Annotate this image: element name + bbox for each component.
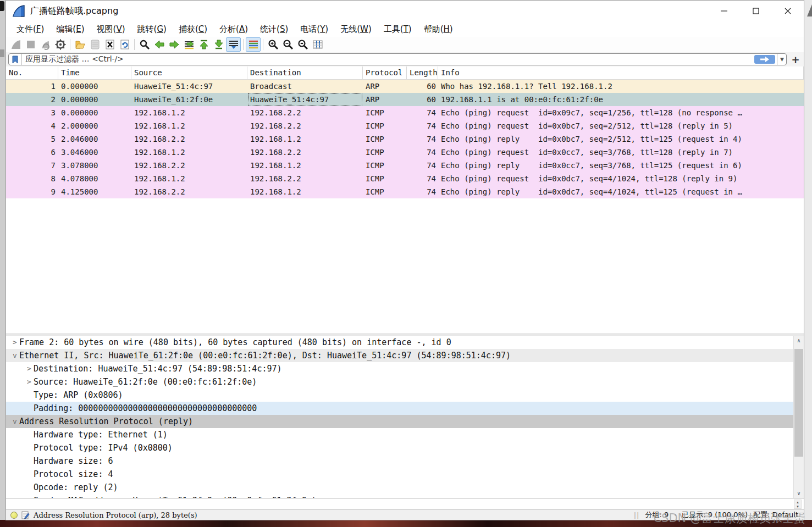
background-window-fragment bbox=[0, 49, 4, 57]
detail-sender-mac-clipped[interactable]: Sender MAC address: HuaweiTe_61:2f:0e (0… bbox=[6, 494, 804, 498]
column-header-time[interactable]: Time bbox=[58, 66, 131, 79]
menu-tools[interactable]: 工具(T) bbox=[378, 23, 418, 36]
main-toolbar bbox=[6, 37, 804, 52]
go-to-packet-icon[interactable] bbox=[181, 37, 196, 52]
expander-icon[interactable]: v bbox=[10, 349, 19, 362]
column-header-no[interactable]: No. bbox=[6, 66, 58, 79]
menu-file[interactable]: 文件(F) bbox=[10, 23, 50, 36]
packet-row-5[interactable]: 52.046000192.168.2.2192.168.1.2ICMP74Ech… bbox=[6, 132, 804, 146]
column-header-source[interactable]: Source bbox=[131, 66, 247, 79]
save-file-icon[interactable] bbox=[87, 37, 102, 52]
menu-telephony[interactable]: 电话(Y) bbox=[294, 23, 334, 36]
expander-icon[interactable]: > bbox=[25, 375, 34, 389]
menu-help[interactable]: 帮助(H) bbox=[418, 23, 459, 36]
desktop-background-right bbox=[804, 0, 812, 520]
capture-start-icon[interactable] bbox=[8, 37, 23, 52]
capture-stop-icon[interactable] bbox=[23, 37, 38, 52]
menu-capture[interactable]: 捕获(C) bbox=[173, 23, 213, 36]
scrollbar-thumb[interactable] bbox=[794, 349, 803, 457]
close-file-icon[interactable] bbox=[102, 37, 117, 52]
toolbar-separator bbox=[263, 39, 263, 50]
detail-protocol-size[interactable]: Protocol size: 4 bbox=[6, 468, 804, 481]
menu-bar: 文件(F) 编辑(E) 视图(V) 跳转(G) 捕获(C) 分析(A) 统计(S… bbox=[6, 21, 804, 37]
scroll-up-icon[interactable]: ∧ bbox=[794, 337, 804, 343]
packet-details-pane: >Frame 2: 60 bytes on wire (480 bits), 6… bbox=[6, 336, 804, 498]
detail-hardware-size[interactable]: Hardware size: 6 bbox=[6, 454, 804, 468]
apply-filter-button[interactable] bbox=[754, 55, 775, 64]
capture-comment-icon[interactable] bbox=[21, 511, 30, 519]
expert-info-icon[interactable] bbox=[10, 512, 18, 519]
detail-opcode[interactable]: Opcode: reply (2) bbox=[6, 481, 804, 494]
detail-frame[interactable]: >Frame 2: 60 bytes on wire (480 bits), 6… bbox=[6, 336, 804, 349]
minimize-icon bbox=[721, 8, 727, 14]
menu-statistics[interactable]: 统计(S) bbox=[254, 23, 294, 36]
reload-file-icon[interactable] bbox=[117, 37, 132, 52]
minimize-button[interactable] bbox=[708, 1, 740, 21]
packet-row-9[interactable]: 94.125000192.168.2.2192.168.1.2ICMP74Ech… bbox=[6, 185, 804, 198]
auto-scroll-toggle-icon[interactable] bbox=[226, 37, 241, 52]
resize-columns-icon[interactable] bbox=[310, 37, 325, 52]
capture-restart-icon[interactable] bbox=[38, 37, 53, 52]
maximize-icon bbox=[753, 8, 759, 14]
detail-padding[interactable]: Padding: 0000000000000000000000000000000… bbox=[6, 402, 804, 415]
focused-cell: HuaweiTe_51:4c:97 bbox=[247, 93, 363, 106]
menu-analyze[interactable]: 分析(A) bbox=[213, 23, 254, 36]
filter-bar: 应用显示过滤器 … <Ctrl-/> ▼ + bbox=[6, 52, 804, 66]
desktop-icon-fragment bbox=[807, 4, 812, 16]
go-next-icon[interactable] bbox=[167, 37, 181, 52]
packet-row-2-selected[interactable]: 20.000000HuaweiTe_61:2f:0eHuaweiTe_51:4c… bbox=[6, 93, 804, 106]
packet-row-1[interactable]: 10.000000HuaweiTe_51:4c:97BroadcastARP60… bbox=[6, 80, 804, 93]
display-filter-input[interactable]: 应用显示过滤器 … <Ctrl-/> ▼ bbox=[8, 53, 787, 65]
filter-dropdown-caret[interactable]: ▼ bbox=[777, 54, 786, 65]
mini-scrollbar[interactable]: ▴▾ bbox=[794, 500, 802, 509]
column-header-protocol[interactable]: Protocol bbox=[363, 66, 407, 79]
apply-arrow-icon bbox=[760, 57, 769, 62]
packet-row-6[interactable]: 63.046000192.168.1.2192.168.2.2ICMP74Ech… bbox=[6, 146, 804, 159]
window-title: 广播链路帧哦.pcapng bbox=[30, 5, 118, 17]
detail-hardware-type[interactable]: Hardware type: Ethernet (1) bbox=[6, 428, 804, 441]
filter-placeholder-text: 应用显示过滤器 … <Ctrl-/> bbox=[22, 54, 124, 64]
zoom-original-icon[interactable] bbox=[295, 37, 310, 52]
toolbar-separator bbox=[134, 39, 135, 50]
toolbar-separator bbox=[243, 39, 244, 50]
filter-bookmark-button[interactable] bbox=[9, 54, 22, 65]
detail-destination[interactable]: >Destination: HuaweiTe_51:4c:97 (54:89:9… bbox=[6, 362, 804, 375]
maximize-button[interactable] bbox=[740, 1, 772, 21]
column-header-destination[interactable]: Destination bbox=[247, 66, 363, 79]
packet-row-8[interactable]: 84.078000192.168.1.2192.168.2.2ICMP74Ech… bbox=[6, 172, 804, 185]
packet-row-7[interactable]: 73.078000192.168.2.2192.168.1.2ICMP74Ech… bbox=[6, 159, 804, 172]
scroll-down-icon[interactable]: ∨ bbox=[794, 490, 804, 496]
detail-source[interactable]: >Source: HuaweiTe_61:2f:0e (00:e0:fc:61:… bbox=[6, 375, 804, 389]
menu-wireless[interactable]: 无线(W) bbox=[334, 23, 378, 36]
packet-row-4[interactable]: 42.000000192.168.1.2192.168.2.2ICMP74Ech… bbox=[6, 119, 804, 132]
go-first-icon[interactable] bbox=[196, 37, 211, 52]
column-header-info[interactable]: Info bbox=[438, 66, 804, 79]
open-file-folder-icon[interactable] bbox=[73, 37, 87, 52]
column-header-length[interactable]: Length bbox=[407, 66, 438, 79]
zoom-in-icon[interactable] bbox=[266, 37, 280, 52]
details-scrollbar[interactable]: ∧ ∨ bbox=[793, 336, 804, 498]
go-last-icon[interactable] bbox=[211, 37, 226, 52]
status-text: Address Resolution Protocol (arp), 28 by… bbox=[34, 511, 197, 519]
expander-icon[interactable]: > bbox=[25, 362, 34, 375]
screen: 广播链路帧哦.pcapng 文件(F) 编辑(E) 视图(V) 跳转(G) 捕获… bbox=[0, 0, 812, 527]
expander-icon[interactable]: > bbox=[10, 336, 19, 349]
zoom-out-icon[interactable] bbox=[280, 37, 295, 52]
detail-type[interactable]: Type: ARP (0x0806) bbox=[6, 389, 804, 402]
go-previous-icon[interactable] bbox=[152, 37, 167, 52]
close-icon bbox=[785, 8, 791, 14]
menu-view[interactable]: 视图(V) bbox=[91, 23, 131, 36]
packet-bytes-strip: ▴▾ bbox=[6, 499, 804, 509]
menu-edit[interactable]: 编辑(E) bbox=[50, 23, 90, 36]
menu-go[interactable]: 跳转(G) bbox=[131, 23, 173, 36]
find-packet-icon[interactable] bbox=[137, 37, 152, 52]
detail-protocol-type[interactable]: Protocol type: IPv4 (0x0800) bbox=[6, 441, 804, 454]
packet-row-3[interactable]: 30.000000192.168.1.2192.168.2.2ICMP74Ech… bbox=[6, 106, 804, 119]
capture-options-gear-icon[interactable] bbox=[53, 37, 68, 52]
expander-icon[interactable]: v bbox=[10, 415, 19, 428]
detail-ethernet[interactable]: vEthernet II, Src: HuaweiTe_61:2f:0e (00… bbox=[6, 349, 804, 362]
add-filter-button[interactable]: + bbox=[789, 53, 802, 65]
colorize-toggle-icon[interactable] bbox=[246, 37, 261, 52]
detail-arp-selected[interactable]: vAddress Resolution Protocol (reply) bbox=[6, 415, 804, 428]
close-button[interactable] bbox=[772, 1, 804, 21]
